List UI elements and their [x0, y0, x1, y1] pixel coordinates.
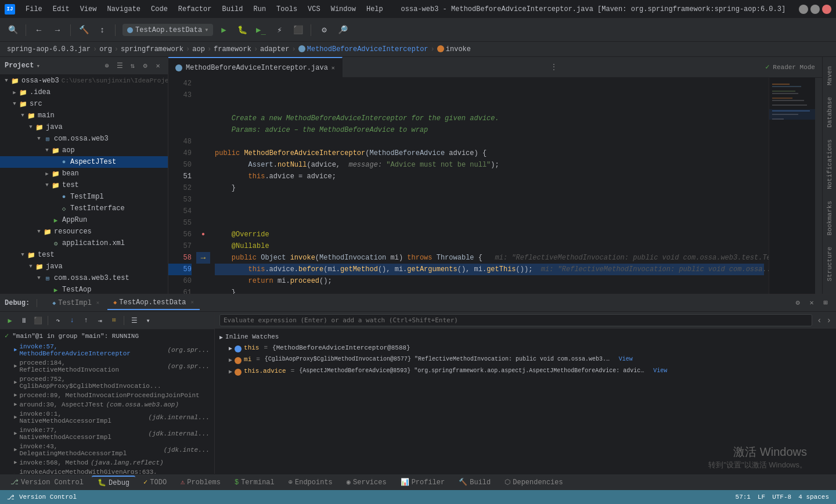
sidebar-dropdown[interactable]: ▾	[36, 62, 40, 70]
search-everywhere-btn[interactable]: 🔍	[5, 22, 21, 38]
close-button[interactable]	[822, 5, 831, 14]
sidebar-item-testpkg2[interactable]: ▼ ⊞ com.ossa.web3.test	[0, 272, 168, 284]
code-editor[interactable]: 42 43 48 49 50 51 52 53 54 55 56 57 58 5…	[168, 78, 822, 294]
frame-proceed184[interactable]: ► proceed:184, ReflectiveMethodInvocatio…	[0, 358, 214, 375]
sidebar-close-btn[interactable]: ✕	[153, 60, 163, 71]
step-over-btn[interactable]: ↷	[52, 314, 64, 327]
build-btn[interactable]: 🔨	[75, 22, 92, 38]
menu-tools[interactable]: Tools	[272, 3, 302, 15]
tab-problems[interactable]: ⚠ Problems	[175, 476, 226, 488]
debug-button[interactable]: 🐛	[234, 22, 250, 38]
sidebar-item-testinterface[interactable]: ◇ TestInterface	[0, 203, 168, 214]
breadcrumb-method[interactable]: invoke	[446, 45, 471, 53]
tab-endpoints[interactable]: ⊕ Endpoints	[283, 476, 338, 488]
sidebar-item-testmod[interactable]: ▼ 📁 test	[0, 249, 168, 261]
watch-item-this[interactable]: ▶ this = {MethodBeforeAdviceInterceptor@…	[215, 343, 836, 354]
menu-help[interactable]: Help	[362, 3, 388, 15]
frame-proceed89[interactable]: ► proceed:89, MethodInvocationProceeding…	[0, 391, 214, 400]
breadcrumb-jar[interactable]: spring-aop-6.0.3.jar	[7, 45, 91, 53]
pause-btn[interactable]: ⏸	[17, 314, 30, 327]
watch-mi-view-link[interactable]: View	[619, 356, 633, 362]
testimpl-tab-close[interactable]: ✕	[96, 300, 99, 306]
breadcrumb-framework[interactable]: framework	[214, 45, 251, 53]
menu-run[interactable]: Run	[248, 3, 271, 15]
sidebar-item-apprun[interactable]: ▶ AppRun	[0, 214, 168, 226]
filter-btn[interactable]: ☰	[128, 314, 140, 327]
run-config[interactable]: TestAop.testData ▾	[122, 24, 213, 36]
sidebar-item-aop[interactable]: ▼ 📁 aop	[0, 145, 168, 156]
debug-settings-icon[interactable]: ⚙	[792, 297, 803, 309]
eval-next-btn[interactable]: ›	[827, 316, 831, 325]
menu-navigate[interactable]: Navigate	[102, 3, 145, 15]
watch-advice-view-link[interactable]: View	[653, 368, 667, 374]
step-into-btn[interactable]: ↓	[66, 314, 78, 327]
back-btn[interactable]: ←	[31, 22, 47, 38]
breadcrumb-springframework[interactable]: springframework	[121, 45, 183, 53]
frame-proceed752[interactable]: ► proceed:752, CglibAopProxy$CglibMethod…	[0, 375, 214, 391]
sidebar-item-testimpl[interactable]: ● TestImpl	[0, 191, 168, 203]
resume-btn[interactable]: ▶	[3, 314, 16, 327]
watch-item-advice[interactable]: ▶ this.advice = {AspectJMethodBeforeAdvi…	[215, 366, 836, 377]
debug-tab-testimpl[interactable]: ◆ TestImpl ✕	[46, 297, 105, 309]
reader-mode-btn[interactable]: ✓ Reader Mode	[765, 57, 822, 77]
breadcrumb-aop[interactable]: aop	[192, 45, 205, 53]
breadcrumb-org[interactable]: org	[99, 45, 112, 53]
sidebar-item-package[interactable]: ▼ ⊞ com.ossa.web3	[0, 133, 168, 145]
frame-invokeAdvice633[interactable]: ► invokeAdviceMethodWithGivenArgs:633, A…	[0, 467, 214, 474]
menu-refactor[interactable]: Refactor	[174, 3, 217, 15]
eval-btn[interactable]: ⌗	[107, 314, 120, 327]
maximize-button[interactable]	[810, 5, 820, 14]
frame-invoke01[interactable]: ► invoke:0:1, NativeMethodAccessorImpl (…	[0, 409, 214, 426]
menu-file[interactable]: File	[21, 3, 47, 15]
structure-tab[interactable]: Structure	[824, 242, 835, 286]
tab-profiler[interactable]: 📊 Profiler	[395, 476, 451, 488]
menu-vcs[interactable]: VCS	[303, 3, 325, 15]
editor-scrollbar[interactable]	[815, 78, 822, 294]
debug-tab-testaop[interactable]: ◆ TestAop.testData ✕	[107, 296, 200, 310]
sidebar-item-test-pkg[interactable]: ▼ 📁 test	[0, 179, 168, 191]
menu-edit[interactable]: Edit	[48, 3, 74, 15]
sidebar-item-aspectjtest[interactable]: ● AspectJTest	[0, 156, 168, 168]
watch-item-mi[interactable]: ▶ mi = {CglibAopProxy$CglibMethodInvocat…	[215, 354, 836, 366]
search-btn[interactable]: 🔎	[334, 22, 351, 38]
frame-invoke568[interactable]: ► invoke:568, Method (java.lang.reflect)	[0, 458, 214, 467]
menu-view[interactable]: View	[75, 3, 102, 15]
maven-tab[interactable]: Maven	[824, 62, 835, 90]
eval-prev-btn[interactable]: ‹	[817, 316, 821, 325]
menu-window[interactable]: Window	[326, 3, 361, 15]
sidebar-list-btn[interactable]: ☰	[114, 60, 125, 71]
sidebar-item-src[interactable]: ▼ 📁 src	[0, 98, 168, 110]
sidebar-item-bean[interactable]: ▶ 📁 bean	[0, 168, 168, 179]
tab-vcs[interactable]: ⎇ Version Control	[5, 476, 89, 488]
code-content[interactable]: Create a new MethodBeforeAdviceIntercept…	[210, 78, 769, 294]
editor-tab-main[interactable]: MethodBeforeAdviceInterceptor.java ✕	[168, 57, 343, 77]
frame-invoke43[interactable]: ► invoke:43, DelegatingMethodAccessorImp…	[0, 442, 214, 458]
frame-invoke77[interactable]: ► invoke:77, NativeMethodAccessorImpl (j…	[0, 426, 214, 442]
sidebar-sort-btn[interactable]: ⇅	[127, 60, 138, 71]
inline-watches-header[interactable]: ▶ Inline Watches	[215, 332, 836, 343]
menu-code[interactable]: Code	[146, 3, 172, 15]
run-cursor-btn[interactable]: ⇥	[93, 314, 106, 327]
frame-around30[interactable]: ► around:30, AspectJTest (com.ossa.web3.…	[0, 400, 214, 409]
run-button[interactable]: ▶	[215, 22, 232, 38]
more-frames-btn[interactable]: ▾	[142, 314, 154, 327]
sidebar-item-idea[interactable]: ▶ 📁 .idea	[0, 87, 168, 98]
forward-btn[interactable]: →	[49, 22, 66, 38]
settings-btn[interactable]: ⚙	[316, 22, 332, 38]
thread-main[interactable]: ✓ "main"@1 in group "main": RUNNING	[0, 330, 214, 342]
sidebar-locate-btn[interactable]: ⊕	[102, 60, 112, 71]
coverage-button[interactable]: ▶̲	[253, 22, 269, 38]
debug-close-icon[interactable]: ✕	[806, 297, 817, 309]
step-out-btn[interactable]: ↑	[80, 314, 92, 327]
vcs-btn[interactable]: ↕	[94, 22, 110, 38]
breadcrumb-class[interactable]: MethodBeforeAdviceInterceptor	[307, 45, 428, 53]
sidebar-root[interactable]: ▼ 📁 ossa-web3 C:\Users\sunjinxin\IdeaPro…	[0, 75, 168, 87]
tab-todo[interactable]: ✓ TODO	[138, 476, 172, 488]
notifications-tab[interactable]: Notifications	[824, 135, 835, 194]
tab-close-btn[interactable]: ✕	[331, 64, 335, 71]
sidebar-item-appxml[interactable]: ⚙ application.xml	[0, 237, 168, 249]
menu-build[interactable]: Build	[217, 3, 247, 15]
bookmarks-tab[interactable]: Bookmarks	[824, 196, 835, 240]
sidebar-item-resources[interactable]: ▼ 📁 resources	[0, 226, 168, 237]
stop-button[interactable]: ⬛	[290, 22, 306, 38]
